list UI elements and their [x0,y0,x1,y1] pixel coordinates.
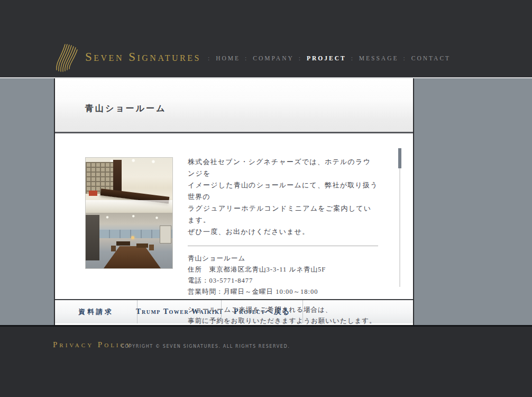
content-panel: 青山ショールーム [54,78,414,325]
intro-line: イメージした青山のショールームにて、弊社が取り扱う世界の [188,179,378,203]
lamp-art [131,236,134,239]
floor-sheen-art [86,200,172,213]
cabinet-art [160,225,171,243]
nav-item-contact[interactable]: CONTACT [411,55,451,61]
page-title: 青山ショールーム [55,78,413,114]
request-materials-button[interactable]: 資料請求 [55,300,137,323]
showroom-name: 青山ショールーム [188,253,378,264]
page: Seven Signatures : HOME : COMPANY : PROJ… [0,0,532,397]
nav-separator: : [208,55,211,61]
nav-item-company[interactable]: COMPANY [253,55,293,61]
reservation-note: ショールームご来場をご希望される場合は、 事前に予約をお取りいただきますようお願… [188,304,378,327]
site-header: Seven Signatures : HOME : COMPANY : PROJ… [0,0,532,78]
chair-art [111,246,116,251]
divider [188,246,378,246]
showroom-address-block: 青山ショールーム 住所 東京都港区北青山3-3-11 ルネ青山5F 電話：03-… [188,253,378,297]
note-line: ショールームご来場をご希望される場合は、 [188,304,378,315]
intro-line: 株式会社セブン・シグネチャーズでは、ホテルのラウンジを [188,156,378,179]
intro-line: ぜひ一度、お出かけくださいませ。 [188,226,378,238]
page-title-band: 青山ショールーム [55,78,413,133]
showroom-interior-photo [86,213,172,268]
main-nav: : HOME : COMPANY : PROJECT : MESSAGE : C… [203,55,451,61]
nav-separator: : [299,55,302,61]
chair-art [149,245,154,250]
brand-logo[interactable]: Seven Signatures [54,42,201,72]
showroom-text: 株式会社セブン・シグネチャーズでは、ホテルのラウンジを イメージした青山のショー… [188,156,378,327]
dark-wall-art [86,215,99,260]
nav-separator: : [403,55,407,61]
showroom-reception-photo [86,158,172,213]
showroom-photos [85,157,173,269]
nav-separator: : [245,55,248,61]
scrollbar-thumb[interactable] [398,148,401,168]
intro-paragraph: 株式会社セブン・シグネチャーズでは、ホテルのラウンジを イメージした青山のショー… [188,156,378,238]
red-chair-art [89,191,97,196]
table-art [136,243,148,248]
showroom-address: 住所 東京都港区北青山3-3-11 ルネ青山5F [188,264,378,275]
nav-item-message[interactable]: MESSAGE [359,55,399,61]
showroom-tel: 電話：03-5771-8477 [188,275,378,286]
brand-name: Seven Signatures [85,50,201,64]
intro-line: ラグジュアリーホテルコンドミニアムをご案内しています。 [188,203,378,226]
copyright-text: COPYRIGHT © SEVEN SIGNATURES. ALL RIGHTS… [121,344,290,349]
nav-item-home[interactable]: HOME [216,55,240,61]
showroom-hours: 営業時間：月曜日～金曜日 10:00～18:00 [188,286,378,297]
content-body: 株式会社セブン・シグネチャーズでは、ホテルのラウンジを イメージした青山のショー… [55,133,413,299]
seven-signatures-swirl-icon [54,42,80,72]
site-footer: Privacy Policy COPYRIGHT © SEVEN SIGNATU… [0,325,532,397]
table-art [116,241,130,246]
nav-separator: : [351,55,354,61]
scrollbar-track[interactable] [399,148,400,287]
nav-item-project[interactable]: PROJECT [307,55,346,61]
